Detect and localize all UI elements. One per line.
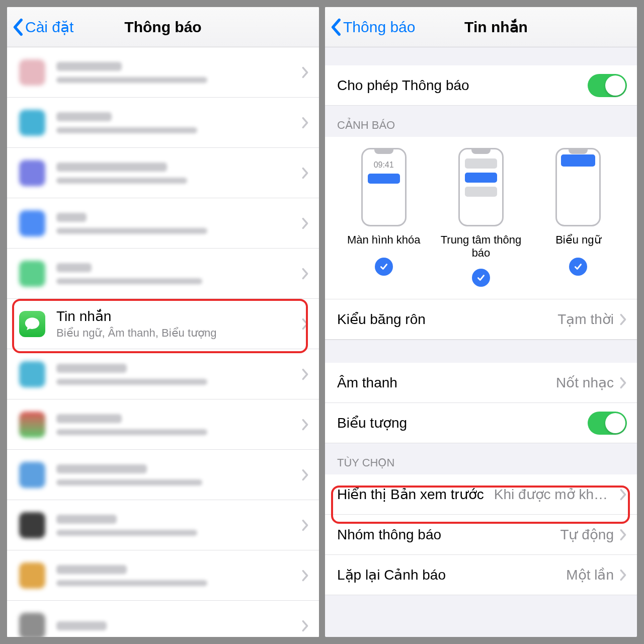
banner-style-label: Kiểu băng rôn <box>337 311 551 328</box>
list-item[interactable] <box>7 550 319 601</box>
back-label-left: Cài đặt <box>25 18 73 36</box>
chevron-right-icon <box>302 570 309 582</box>
app-list: Tin nhắn Biểu ngữ, Âm thanh, Biểu tượng <box>7 47 319 637</box>
navbar-left: Cài đặt Thông báo <box>7 7 319 47</box>
show-previews-row[interactable]: Hiển thị Bản xem trước Khi được mở khóa … <box>325 474 637 515</box>
messages-app-icon <box>19 311 45 337</box>
options-header: TÙY CHỌN <box>325 443 637 474</box>
list-item[interactable] <box>7 148 319 198</box>
chevron-right-icon <box>302 368 309 380</box>
chevron-right-icon <box>620 569 627 581</box>
preview-value: Khi được mở khóa (M... <box>494 486 614 503</box>
alerts-grid: 09:41 Màn hình khóa Trung tâm thông báo <box>325 137 637 299</box>
list-item[interactable] <box>7 47 319 98</box>
sound-value: Nốt nhạc <box>556 374 614 391</box>
chevron-right-icon <box>302 318 309 330</box>
repeat-alerts-row[interactable]: Lặp lại Cảnh báo Một lần <box>325 555 637 595</box>
repeat-label: Lặp lại Cảnh báo <box>337 567 560 583</box>
list-item[interactable] <box>7 450 319 500</box>
checkmark-icon <box>472 269 490 287</box>
badge-toggle[interactable] <box>588 412 627 435</box>
sound-label: Âm thanh <box>337 375 550 391</box>
notification-center-preview-icon <box>458 148 504 226</box>
back-button-right[interactable]: Thông báo <box>330 18 415 36</box>
group-notifications-row[interactable]: Nhóm thông báo Tự động <box>325 515 637 555</box>
repeat-value: Một lần <box>566 567 614 583</box>
alert-banner-label: Biểu ngữ <box>555 233 601 249</box>
chevron-right-icon <box>620 529 627 541</box>
chevron-left-icon <box>12 18 23 36</box>
banner-style-value: Tạm thời <box>557 311 614 328</box>
allow-notifications-row: Cho phép Thông báo <box>325 65 637 106</box>
list-item[interactable] <box>7 500 319 550</box>
chevron-right-icon <box>620 489 627 501</box>
chevron-right-icon <box>302 620 309 632</box>
chevron-right-icon <box>302 217 309 229</box>
allow-toggle[interactable] <box>588 74 627 97</box>
list-item[interactable] <box>7 249 319 299</box>
screen-notifications: Cài đặt Thông báo Tin nhắn Biểu ngữ, Âm … <box>7 7 319 637</box>
allow-label: Cho phép Thông báo <box>337 77 588 94</box>
list-item[interactable] <box>7 98 319 148</box>
badge-row: Biểu tượng <box>325 403 637 443</box>
preview-label: Hiển thị Bản xem trước <box>337 486 484 503</box>
alert-option-notification-center[interactable]: Trung tâm thông báo <box>433 148 529 294</box>
list-item[interactable] <box>7 349 319 399</box>
chevron-right-icon <box>302 519 309 531</box>
banner-style-row[interactable]: Kiểu băng rôn Tạm thời <box>325 299 637 340</box>
list-item[interactable] <box>7 399 319 450</box>
chevron-right-icon <box>302 469 309 481</box>
back-button-left[interactable]: Cài đặt <box>12 18 73 36</box>
list-item[interactable] <box>7 601 319 637</box>
chevron-right-icon <box>302 268 309 280</box>
list-item[interactable] <box>7 198 319 249</box>
chevron-right-icon <box>302 419 309 431</box>
checkmark-icon <box>375 258 393 276</box>
alert-lock-label: Màn hình khóa <box>347 233 421 249</box>
screen-messages-notifications: Thông báo Tin nhắn Cho phép Thông báo CẢ… <box>325 7 637 637</box>
alerts-header: CẢNH BÁO <box>325 106 637 137</box>
lock-screen-preview-icon: 09:41 <box>361 148 407 226</box>
grouping-label: Nhóm thông báo <box>337 527 554 543</box>
messages-subtitle: Biểu ngữ, Âm thanh, Biểu tượng <box>56 327 296 340</box>
messages-title: Tin nhắn <box>56 308 296 325</box>
chevron-right-icon <box>302 66 309 78</box>
list-item-messages[interactable]: Tin nhắn Biểu ngữ, Âm thanh, Biểu tượng <box>7 299 319 349</box>
chevron-right-icon <box>302 117 309 129</box>
back-label-right: Thông báo <box>343 19 415 36</box>
grouping-value: Tự động <box>560 526 614 543</box>
badge-label: Biểu tượng <box>337 415 588 431</box>
checkmark-icon <box>569 258 587 276</box>
alert-option-banner[interactable]: Biểu ngữ <box>530 148 626 294</box>
alert-option-lock-screen[interactable]: 09:41 Màn hình khóa <box>336 148 432 294</box>
sound-row[interactable]: Âm thanh Nốt nhạc <box>325 363 637 403</box>
chevron-right-icon <box>620 377 627 389</box>
chevron-right-icon <box>302 167 309 179</box>
chevron-right-icon <box>620 313 627 326</box>
chevron-left-icon <box>330 18 341 36</box>
detail-content: Cho phép Thông báo CẢNH BÁO 09:41 Màn hì… <box>325 47 637 637</box>
navbar-right: Thông báo Tin nhắn <box>325 7 637 47</box>
alert-center-label: Trung tâm thông báo <box>433 233 529 260</box>
banner-preview-icon <box>555 148 601 226</box>
